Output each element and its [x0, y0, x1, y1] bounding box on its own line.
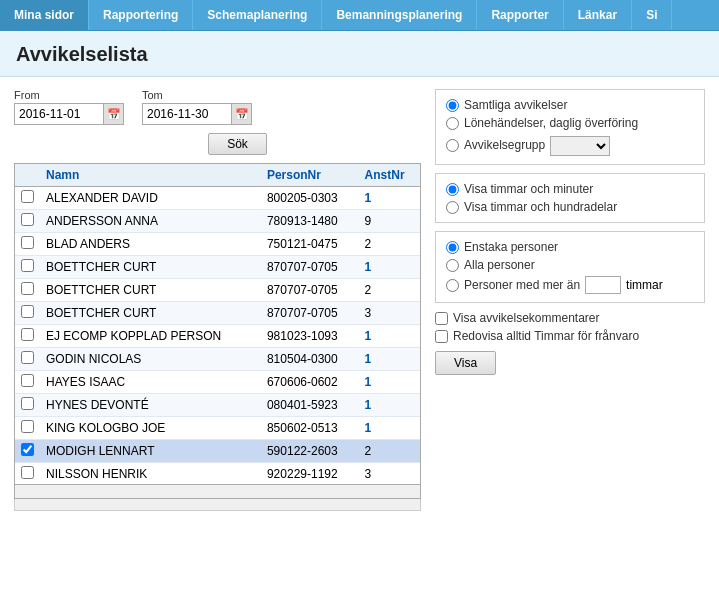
main-content: From 📅 Tom 📅 Sök	[0, 77, 719, 523]
radio-timmar-hund-row: Visa timmar och hundradelar	[446, 200, 694, 214]
row-anstnr: 1	[359, 187, 420, 210]
horizontal-scrollbar[interactable]	[15, 484, 420, 498]
row-checkbox-cell[interactable]	[15, 348, 40, 371]
radio-enstaka[interactable]	[446, 241, 459, 254]
row-checkbox-cell[interactable]	[15, 233, 40, 256]
table-row[interactable]: MODIGH LENNART590122-26032	[15, 440, 420, 463]
row-namn: BOETTCHER CURT	[40, 279, 261, 302]
row-checkbox-cell[interactable]	[15, 210, 40, 233]
from-calendar-icon[interactable]: 📅	[104, 103, 124, 125]
row-namn: EJ ECOMP KOPPLAD PERSON	[40, 325, 261, 348]
tom-input[interactable]	[142, 103, 232, 125]
row-anstnr: 9	[359, 210, 420, 233]
row-checkbox[interactable]	[21, 466, 34, 479]
table-row[interactable]: BOETTCHER CURT870707-07052	[15, 279, 420, 302]
row-checkbox-cell[interactable]	[15, 417, 40, 440]
row-checkbox[interactable]	[21, 443, 34, 456]
check-avvikelsekommentarer[interactable]	[435, 312, 448, 325]
row-checkbox[interactable]	[21, 328, 34, 341]
from-input[interactable]	[14, 103, 104, 125]
avvikelsegrupp-select[interactable]	[550, 136, 610, 156]
timmar-value-input[interactable]	[585, 276, 621, 294]
col-anstnr[interactable]: AnstNr	[359, 164, 420, 187]
row-anstnr: 1	[359, 394, 420, 417]
radio-lonehanded-row: Lönehändelser, daglig överföring	[446, 116, 694, 130]
row-checkbox-cell[interactable]	[15, 187, 40, 210]
radio-timmar-min-label: Visa timmar och minuter	[464, 182, 593, 196]
row-personnr: 981023-1093	[261, 325, 359, 348]
table-row[interactable]: KING KOLOGBO JOE850602-05131	[15, 417, 420, 440]
date-row: From 📅 Tom 📅	[14, 89, 421, 125]
table-scroll[interactable]: Namn PersonNr AnstNr ALEXANDER DAVID8002…	[15, 164, 420, 484]
nav-mina-sidor[interactable]: Mina sidor	[0, 0, 89, 30]
from-field: From 📅	[14, 89, 124, 125]
table-row[interactable]: EJ ECOMP KOPPLAD PERSON981023-10931	[15, 325, 420, 348]
table-row[interactable]: GODIN NICOLAS810504-03001	[15, 348, 420, 371]
row-checkbox[interactable]	[21, 213, 34, 226]
row-personnr: 670606-0602	[261, 371, 359, 394]
sok-button[interactable]: Sök	[208, 133, 267, 155]
check-redovisa[interactable]	[435, 330, 448, 343]
radio-timmar-min[interactable]	[446, 183, 459, 196]
nav-rapportering[interactable]: Rapportering	[89, 0, 193, 30]
row-checkbox-cell[interactable]	[15, 463, 40, 485]
table-row[interactable]: NILSSON HENRIK920229-11923	[15, 463, 420, 485]
row-anstnr: 1	[359, 256, 420, 279]
radio-samtliga[interactable]	[446, 99, 459, 112]
row-checkbox-cell[interactable]	[15, 394, 40, 417]
row-checkbox[interactable]	[21, 305, 34, 318]
row-checkbox-cell[interactable]	[15, 440, 40, 463]
row-anstnr: 1	[359, 371, 420, 394]
radio-alla[interactable]	[446, 259, 459, 272]
row-checkbox[interactable]	[21, 351, 34, 364]
sok-row: Sök	[14, 133, 421, 155]
col-namn[interactable]: Namn	[40, 164, 261, 187]
table-row[interactable]: BOETTCHER CURT870707-07051	[15, 256, 420, 279]
radio-timmar-hund[interactable]	[446, 201, 459, 214]
row-checkbox[interactable]	[21, 374, 34, 387]
row-checkbox[interactable]	[21, 236, 34, 249]
nav-schemaplanering[interactable]: Schemaplanering	[193, 0, 322, 30]
row-checkbox[interactable]	[21, 420, 34, 433]
row-checkbox[interactable]	[21, 190, 34, 203]
page-title-area: Avvikelselista	[0, 31, 719, 77]
table-row[interactable]: HAYES ISAAC670606-06021	[15, 371, 420, 394]
table-row[interactable]: ALEXANDER DAVID800205-03031	[15, 187, 420, 210]
row-checkbox[interactable]	[21, 282, 34, 295]
nav-rapporter[interactable]: Rapporter	[477, 0, 563, 30]
row-namn: KING KOLOGBO JOE	[40, 417, 261, 440]
nav-si[interactable]: Si	[632, 0, 672, 30]
row-checkbox[interactable]	[21, 397, 34, 410]
radio-mer-an[interactable]	[446, 279, 459, 292]
radio-samtliga-row: Samtliga avvikelser	[446, 98, 694, 112]
row-namn: MODIGH LENNART	[40, 440, 261, 463]
nav-bemanningsplanering[interactable]: Bemanningsplanering	[322, 0, 477, 30]
row-anstnr: 2	[359, 279, 420, 302]
row-checkbox-cell[interactable]	[15, 325, 40, 348]
table-row[interactable]: HYNES DEVONTÉ080401-59231	[15, 394, 420, 417]
row-checkbox-cell[interactable]	[15, 279, 40, 302]
row-personnr: 870707-0705	[261, 256, 359, 279]
row-anstnr: 2	[359, 233, 420, 256]
check-avvikelsekommentarer-label: Visa avvikelsekommentarer	[453, 311, 600, 325]
tom-calendar-icon[interactable]: 📅	[232, 103, 252, 125]
row-checkbox-cell[interactable]	[15, 371, 40, 394]
radio-mer-an-row: Personer med mer än timmar	[446, 276, 694, 294]
row-checkbox[interactable]	[21, 259, 34, 272]
nav-lankar[interactable]: Länkar	[564, 0, 632, 30]
row-checkbox-cell[interactable]	[15, 302, 40, 325]
visa-button[interactable]: Visa	[435, 351, 496, 375]
radio-avvikelsegrupp-row: Avvikelsegrupp	[446, 134, 694, 156]
radio-lonehanded[interactable]	[446, 117, 459, 130]
table-row[interactable]: BOETTCHER CURT870707-07053	[15, 302, 420, 325]
row-checkbox-cell[interactable]	[15, 256, 40, 279]
left-panel: From 📅 Tom 📅 Sök	[14, 89, 421, 511]
radio-timmar-min-row: Visa timmar och minuter	[446, 182, 694, 196]
row-personnr: 810504-0300	[261, 348, 359, 371]
radio-avvikelsegrupp[interactable]	[446, 139, 459, 152]
row-personnr: 850602-0513	[261, 417, 359, 440]
col-personnr[interactable]: PersonNr	[261, 164, 359, 187]
table-row[interactable]: ANDERSSON ANNA780913-14809	[15, 210, 420, 233]
table-header-row: Namn PersonNr AnstNr	[15, 164, 420, 187]
table-row[interactable]: BLAD ANDERS750121-04752	[15, 233, 420, 256]
